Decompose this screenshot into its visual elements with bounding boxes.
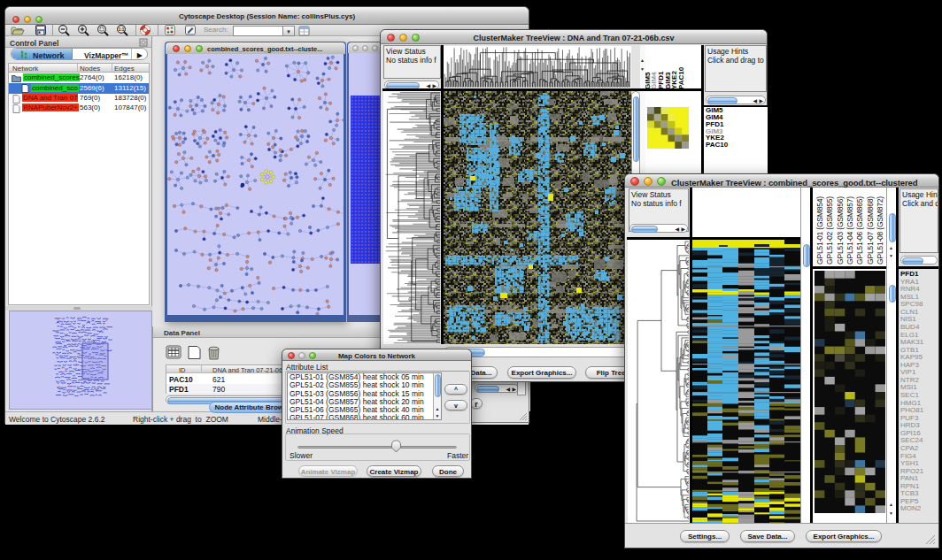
svg-text:GPL51-08 (GSM872): GPL51-08 (GSM872) (876, 196, 884, 265)
svg-text:GPL51-01 (GSM854): GPL51-01 (GSM854) (815, 196, 824, 265)
svg-text:GPL51-02 (GSM855): GPL51-02 (GSM855) (825, 196, 834, 265)
svg-text:GPL51-07 (GSM868): GPL51-07 (GSM868) (866, 196, 875, 265)
svg-text:1:1: 1:1 (119, 27, 125, 32)
svg-text:GPL51-04 (GSM857): GPL51-04 (GSM857) (845, 196, 854, 265)
svg-text:PAC10: PAC10 (677, 66, 685, 89)
svg-text:GPL51-03 (GSM856): GPL51-03 (GSM856) (836, 196, 845, 265)
svg-text:Search:: Search: (204, 26, 228, 34)
svg-text:GPL51-06 (GSM865): GPL51-06 (GSM865) (855, 196, 864, 265)
